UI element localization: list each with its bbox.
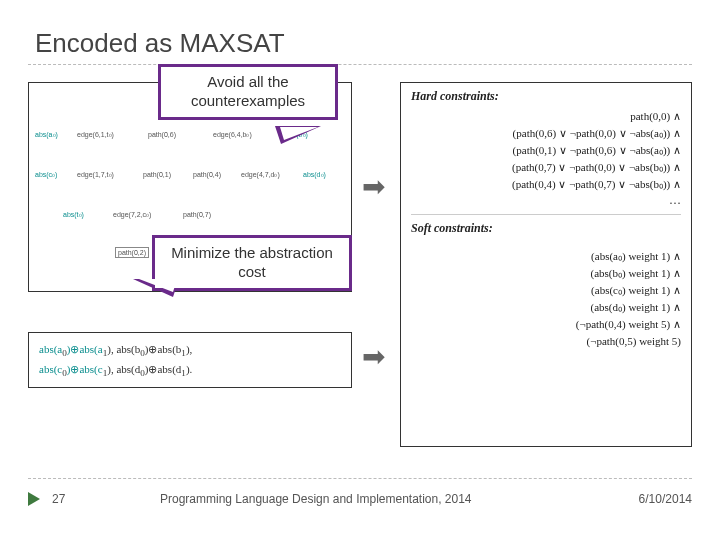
soft-clause: (¬path(0,5) weight 5) (411, 333, 681, 350)
abstraction-panel: abs(a0)⊕abs(a1), abs(b0)⊕abs(b1), abs(c0… (28, 332, 352, 388)
t: ), (186, 343, 192, 355)
soft-constraints-heading: Soft constraints: (411, 221, 681, 236)
callout-avoid-pointer-fill (280, 127, 318, 140)
slide-title: Encoded as MAXSAT (35, 28, 285, 59)
slide-number: 27 (52, 492, 65, 506)
t: ). (186, 363, 192, 375)
hard-constraints-heading: Hard constraints: (411, 89, 681, 104)
t: )⊕abs(c (67, 363, 103, 375)
graph-r1-1: edge(6,1,t₀) (77, 131, 114, 139)
callout-minimize-pointer-fill (139, 279, 177, 292)
hard-clause: path(0,0) ∧ (411, 108, 681, 125)
graph-r4: path(0,2) (115, 247, 149, 258)
graph-r3-2: path(0,7) (183, 211, 211, 218)
abs-line-2: abs(c0)⊕abs(c1), abs(d0)⊕abs(d1). (39, 361, 341, 381)
panel-divider (411, 214, 681, 215)
soft-clause: (abs(d₀) weight 1) ∧ (411, 299, 681, 316)
hard-clause: (path(0,4) ∨ ¬path(0,7) ∨ ¬abs(b₀)) ∧ (411, 176, 681, 193)
graph-r1-3: edge(6,4,b₀) (213, 131, 252, 139)
date-label: 6/10/2014 (639, 492, 692, 506)
soft-clause: (abs(c₀) weight 1) ∧ (411, 282, 681, 299)
graph-r3-0: abs(t₀) (63, 211, 84, 219)
t: ), abs(d (107, 363, 140, 375)
hard-clause: (path(0,6) ∨ ¬path(0,0) ∨ ¬abs(a₀)) ∧ (411, 125, 681, 142)
conference-label: Programming Language Design and Implemen… (160, 492, 472, 506)
hard-clause: (path(0,7) ∨ ¬path(0,0) ∨ ¬abs(b₀)) ∧ (411, 159, 681, 176)
soft-clause: (abs(a₀) weight 1) ∧ (411, 248, 681, 265)
t: ), abs(b (107, 343, 140, 355)
t: abs(c (39, 363, 62, 375)
abs-line-1: abs(a0)⊕abs(a1), abs(b0)⊕abs(b1), (39, 341, 341, 361)
soft-clause: (¬path(0,4) weight 5) ∧ (411, 316, 681, 333)
hard-clause: (path(0,1) ∨ ¬path(0,6) ∨ ¬abs(a₀)) ∧ (411, 142, 681, 159)
soft-clause: (abs(b₀) weight 1) ∧ (411, 265, 681, 282)
arrow-right-icon: ➡ (362, 340, 385, 373)
graph-r2-4: edge(4,7,d₀) (241, 171, 280, 179)
graph-r1-0: abs(a₀) (35, 131, 58, 139)
graph-r2-3: path(0,4) (193, 171, 221, 178)
graph-r2-1: edge(1,7,t₀) (77, 171, 114, 179)
graph-r2-5: abs(d₀) (303, 171, 326, 179)
footer-divider (28, 478, 692, 479)
graph-r2-2: path(0,1) (143, 171, 171, 178)
ellipsis: … (411, 193, 681, 208)
graph-r2-0: abs(c₀) (35, 171, 57, 179)
graph-r3-1: edge(7,2,c₀) (113, 211, 151, 219)
t: )⊕abs(a (67, 343, 103, 355)
arrow-right-icon: ➡ (362, 170, 385, 203)
graph-r1-2: path(0,6) (148, 131, 176, 138)
t: )⊕abs(b (145, 343, 182, 355)
callout-minimize: Minimize the abstraction cost (152, 235, 352, 291)
callout-avoid: Avoid all the counterexamples (158, 64, 338, 120)
t: )⊕abs(d (145, 363, 182, 375)
slide-marker-icon (28, 492, 40, 506)
constraints-panel: Hard constraints: path(0,0) ∧ (path(0,6)… (400, 82, 692, 447)
t: abs(a (39, 343, 62, 355)
title-divider (28, 64, 692, 65)
